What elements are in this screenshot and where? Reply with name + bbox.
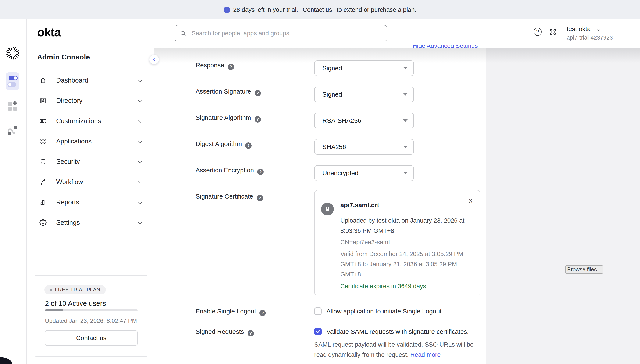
trial-plan-badge-label: FREE TRIAL PLAN bbox=[55, 287, 100, 293]
help-button[interactable]: ? bbox=[534, 28, 542, 36]
signed-requests-description: SAML request payload will be validated. … bbox=[314, 340, 482, 360]
apps-grid-button[interactable] bbox=[549, 28, 557, 36]
browse-files-button[interactable]: Browse files... bbox=[565, 266, 603, 274]
applications-icon bbox=[39, 138, 47, 145]
help-icon[interactable]: ? bbox=[257, 169, 264, 175]
trial-updated-timestamp: Updated Jan 23, 2026, 8:02:47 PM bbox=[45, 318, 137, 324]
field-label-signature-algorithm: Signature Algorithm? bbox=[195, 114, 261, 122]
assertion-signature-select[interactable]: Signed bbox=[314, 86, 414, 102]
top-bar: ? test okta api7-trial-4237923 bbox=[154, 20, 640, 48]
close-icon[interactable]: X bbox=[468, 197, 473, 205]
sidebar-item-label: Workflow bbox=[56, 175, 83, 189]
dropdown-arrow-icon bbox=[403, 119, 407, 122]
certificate-cn: CN=api7ee3-saml bbox=[340, 239, 390, 246]
single-logout-checkbox-label: Allow application to initiate Single Log… bbox=[326, 307, 442, 316]
shield-icon bbox=[39, 158, 47, 165]
certificate-filename: api7.saml.crt bbox=[340, 202, 379, 209]
read-more-link[interactable]: Read more bbox=[410, 351, 441, 358]
field-label-enable-single-logout: Enable Single Logout? bbox=[195, 307, 266, 316]
workflows-rail-button[interactable] bbox=[6, 124, 19, 137]
add-apps-rail-button[interactable] bbox=[6, 100, 19, 113]
trial-banner-suffix: to extend or purchase a plan. bbox=[337, 6, 416, 13]
workflow-icon bbox=[6, 124, 19, 137]
account-menu[interactable]: test okta api7-trial-4237923 bbox=[567, 26, 613, 41]
progress-fill bbox=[45, 310, 63, 311]
help-icon[interactable]: ? bbox=[257, 195, 263, 201]
help-icon[interactable]: ? bbox=[255, 90, 261, 96]
icon-rail bbox=[0, 20, 27, 364]
certificate-card: api7.saml.crt X Uploaded by test okta on… bbox=[314, 190, 480, 296]
sidebar-item-label: Dashboard bbox=[56, 74, 88, 87]
field-label-signature-certificate: Signature Certificate? bbox=[195, 192, 263, 200]
gear-icon bbox=[39, 219, 47, 226]
chevron-down-icon bbox=[138, 139, 142, 143]
certificate-uploaded-info: Uploaded by test okta on January 23, 202… bbox=[340, 216, 474, 236]
product-title: Admin Console bbox=[37, 53, 90, 61]
dropdown-arrow-icon bbox=[403, 172, 407, 174]
checkmark-icon bbox=[316, 329, 321, 334]
trial-plan-card: FREE TRIAL PLAN 2 of 10 Active users Upd… bbox=[35, 275, 147, 356]
chevron-down-icon bbox=[138, 118, 142, 123]
sidebar-item-applications[interactable]: Applications bbox=[34, 134, 148, 148]
sidebar-item-directory[interactable]: Directory bbox=[34, 94, 148, 108]
hide-advanced-settings-link-clipped[interactable]: Hide Advanced Settings bbox=[408, 45, 478, 48]
info-icon: i bbox=[224, 6, 230, 13]
search-input[interactable] bbox=[175, 25, 387, 42]
sidebar-item-security[interactable]: Security bbox=[34, 155, 148, 168]
single-logout-checkbox[interactable] bbox=[314, 308, 322, 315]
certificate-expiry-status: Certificate expires in 3649 days bbox=[340, 283, 426, 290]
dropdown-arrow-icon bbox=[403, 93, 407, 96]
help-icon[interactable]: ? bbox=[255, 116, 261, 122]
sidebar-item-label: Reports bbox=[56, 196, 79, 209]
dropdown-arrow-icon bbox=[403, 67, 407, 70]
sidebar-item-label: Applications bbox=[56, 134, 92, 148]
active-users-count: 2 of 10 Active users bbox=[45, 300, 106, 308]
customizations-icon bbox=[39, 118, 47, 125]
sidebar: okta Admin Console Dashboard Directory bbox=[27, 20, 154, 364]
trial-banner: i 28 days left in your trial. Contact us… bbox=[0, 0, 640, 20]
signed-requests-checkbox-label: Validate SAML requests with signature ce… bbox=[326, 328, 469, 336]
chevron-down-icon bbox=[138, 220, 142, 224]
banner-contact-us-link[interactable]: Contact us bbox=[303, 6, 332, 13]
sidebar-item-workflow[interactable]: Workflow bbox=[34, 175, 148, 189]
sidebar-item-customizations[interactable]: Customizations bbox=[34, 114, 148, 128]
directory-icon bbox=[39, 97, 47, 104]
signature-algorithm-select[interactable]: RSA-SHA256 bbox=[314, 113, 414, 128]
chevron-down-icon bbox=[138, 78, 142, 82]
sidebar-item-reports[interactable]: Reports bbox=[34, 196, 148, 209]
help-icon[interactable]: ? bbox=[248, 330, 254, 336]
account-name: test okta bbox=[567, 26, 591, 32]
lock-icon bbox=[321, 203, 334, 216]
response-select[interactable]: Signed bbox=[314, 60, 414, 76]
toggle-icon bbox=[9, 76, 18, 80]
field-label-assertion-signature: Assertion Signature? bbox=[195, 87, 261, 96]
sidebar-collapse-button[interactable]: ‹ bbox=[149, 54, 159, 64]
apps-grid-icon bbox=[549, 28, 557, 36]
signed-requests-checkbox[interactable] bbox=[314, 328, 322, 335]
chevron-down-icon bbox=[138, 159, 142, 164]
digest-algorithm-select[interactable]: SHA256 bbox=[314, 139, 414, 155]
assertion-encryption-select[interactable]: Unencrypted bbox=[314, 165, 414, 181]
chevron-down-icon bbox=[138, 180, 142, 184]
sidebar-item-dashboard[interactable]: Dashboard bbox=[34, 74, 148, 87]
sidebar-item-label: Customizations bbox=[56, 114, 101, 128]
dropdown-arrow-icon bbox=[403, 146, 407, 148]
workflow-icon bbox=[39, 178, 47, 186]
admin-console-rail-button[interactable] bbox=[6, 72, 20, 90]
okta-logo-icon[interactable] bbox=[6, 46, 19, 60]
help-icon[interactable]: ? bbox=[259, 310, 266, 316]
contact-us-button[interactable]: Contact us bbox=[45, 330, 138, 346]
sidebar-item-label: Directory bbox=[56, 94, 82, 108]
field-label-assertion-encryption: Assertion Encryption? bbox=[195, 166, 264, 174]
certificate-validity: Valid from December 24, 2025 at 3:05:29 … bbox=[340, 249, 468, 279]
okta-wordmark: okta bbox=[37, 25, 61, 39]
chevron-down-icon bbox=[596, 28, 600, 31]
field-label-digest-algorithm: Digest Algorithm? bbox=[195, 140, 252, 148]
field-label-response: Response? bbox=[195, 61, 234, 70]
org-id: api7-trial-4237923 bbox=[567, 34, 613, 41]
trial-plan-badge: FREE TRIAL PLAN bbox=[44, 285, 106, 294]
field-label-signed-requests: Signed Requests? bbox=[195, 328, 254, 336]
sidebar-item-settings[interactable]: Settings bbox=[34, 216, 148, 230]
help-icon[interactable]: ? bbox=[228, 64, 234, 70]
help-icon[interactable]: ? bbox=[245, 142, 252, 149]
